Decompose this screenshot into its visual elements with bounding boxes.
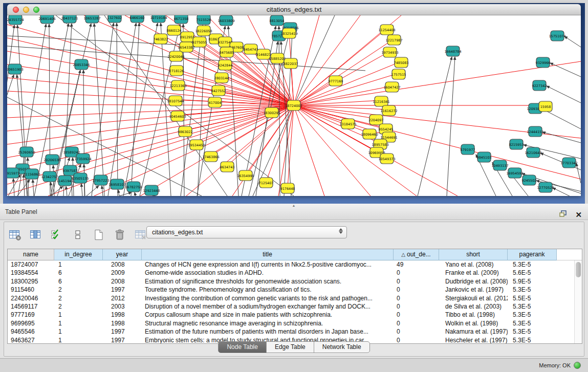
graph-node[interactable]: 6791977 [461,144,475,155]
table-cell[interactable]: 5.3E-5 [508,302,557,311]
table-cell[interactable]: Structural magnetic resonance image aver… [142,319,394,327]
table-cell[interactable]: 1997 [103,327,142,336]
window-titlebar[interactable]: citations_edges.txt [7,4,581,15]
new-document-icon[interactable] [92,229,105,241]
graph-node[interactable]: 10653287 [83,15,100,23]
table-cell[interactable]: Stergiakouli et al. (2012) [439,294,508,302]
table-cell[interactable]: 9777169 [8,311,54,319]
graph-node[interactable]: 4671358 [174,15,189,24]
graph-node[interactable]: 7515526 [197,15,211,25]
table-cell[interactable]: 5.3E-5 [508,311,557,319]
table-cell[interactable]: 2 [54,302,103,311]
table-cell[interactable]: Estimation of significance thresholds fo… [142,277,394,286]
graph-node[interactable]: 16047427 [383,82,400,92]
float-panel-icon[interactable] [558,208,568,216]
graph-node[interactable]: 10454603 [169,111,186,121]
table-cell[interactable]: 2008 [103,277,142,286]
table-cell[interactable]: 2008 [103,260,142,269]
table-row[interactable]: 977716911998Corpus callosum shape and si… [8,311,582,319]
column-header-short[interactable]: short [439,249,508,260]
graph-node[interactable]: 11156863 [23,169,40,179]
graph-node[interactable]: 18325419 [280,28,297,38]
graph-node[interactable]: 16958107 [108,179,125,189]
table-row[interactable]: 2242004622012Investigating the contribut… [8,294,582,302]
column-header-out_de[interactable]: △out_de... [394,249,439,260]
graph-node[interactable]: 13505135 [72,173,89,183]
tab-edge-table[interactable]: Edge Table [267,342,314,353]
table-cell[interactable]: 14569117 [8,302,54,311]
table-cell[interactable]: Wolkin et al. (1998) [439,319,508,327]
table-cell[interactable]: 2 [54,286,103,294]
table-cell[interactable]: Genome-wide association studies in ADHD. [142,269,394,277]
graph-node[interactable]: 20691406 [38,15,55,24]
table-cell[interactable]: 1 [54,311,103,319]
table-cell[interactable]: 9115460 [8,286,54,294]
memory-status-icon[interactable] [574,362,581,369]
graph-node[interactable]: 9242844 [218,60,233,70]
tab-node-table[interactable]: Node Table [219,342,267,353]
graph-node[interactable]: 15751074 [549,31,565,41]
graph-node[interactable]: 7485083 [394,57,409,68]
table-cell[interactable]: 19384554 [8,269,54,277]
graph-node[interactable]: 16033809 [217,15,234,26]
graph-node[interactable]: 20437121 [61,15,78,23]
graph-node[interactable]: 11216341 [373,96,389,106]
table-row[interactable]: 969969511998Structural magnetic resonanc… [8,319,582,327]
graph-node[interactable]: 20651903 [7,64,24,74]
table-row[interactable]: 1830029562008Estimation of significance … [8,277,582,286]
graph-node[interactable]: 8475685 [220,47,234,57]
graph-node[interactable]: 16782759 [125,182,142,192]
table-cell[interactable]: 1 [54,260,103,269]
table-cell[interactable]: 9699695 [8,319,54,327]
minimize-window-button[interactable] [23,7,29,13]
table-select-dropdown[interactable]: citations_edges.txt [146,226,347,238]
table-row[interactable]: 911546021997Tourette syndrome. Phenomeno… [8,286,582,294]
table-row[interactable]: 1872400712008Changes of HCN gene express… [8,260,582,269]
table-cell[interactable]: Estimation of the future numbers of pati… [142,327,394,336]
table-cell[interactable]: 5.6E-5 [508,269,557,277]
table-cell[interactable]: 5.9E-5 [508,277,557,286]
graph-node[interactable]: 16543382 [178,42,194,52]
table-cell[interactable]: 2012 [103,294,142,302]
vertical-scrollbar[interactable] [574,260,582,343]
table-cell[interactable]: 2003 [103,302,142,311]
graph-node[interactable]: 12770528 [537,182,554,192]
graph-node[interactable]: 20853346 [73,59,90,70]
graph-node[interactable]: 20206536 [43,155,60,165]
table-cell[interactable]: 5.3E-5 [508,286,557,294]
table-cell[interactable]: 0 [394,311,439,319]
graph-node[interactable]: 9176448 [280,183,295,193]
graph-node[interactable]: 18107544 [167,96,184,106]
close-window-button[interactable] [13,7,19,13]
graph-node[interactable]: 2718126 [169,65,184,76]
table-cell[interactable]: 1 [54,327,103,336]
graph-node[interactable]: 7463822 [154,34,168,44]
graph-node[interactable]: 16648784 [444,46,461,56]
graph-node[interactable]: 7125407 [259,178,274,188]
graph-node[interactable]: 16954592 [506,168,523,178]
graph-node[interactable]: 12213363 [169,80,186,91]
table-cell[interactable]: Changes of HCN gene expression and I(f) … [142,260,394,269]
graph-node[interactable]: 8822037 [284,58,298,69]
graph-node[interactable]: 12923448 [143,185,160,195]
table-cell[interactable]: 6 [54,277,103,286]
table-cell[interactable]: 0 [394,319,439,327]
table-cell[interactable]: 0 [394,302,439,311]
column-header-title[interactable]: title [142,249,394,260]
table-cell[interactable]: 5.5E-5 [508,294,557,302]
graph-node[interactable]: 13184575 [339,119,356,129]
column-header-pagerank[interactable]: pagerank [508,249,557,260]
zoom-window-button[interactable] [33,7,39,13]
table-row[interactable]: 946554611997Estimation of the future num… [8,327,582,336]
table-settings-icon[interactable] [8,229,21,241]
table-column-icon[interactable] [29,229,42,241]
graph-node[interactable]: 8215953 [509,139,524,149]
table-cell[interactable]: 5.3E-5 [508,260,557,269]
table-cell[interactable]: Nakamura et al. (1997) [439,327,508,336]
graph-node[interactable]: 17957223 [92,175,109,185]
select-attributes-icon[interactable] [50,229,63,241]
close-panel-icon[interactable]: ✕ [575,207,582,223]
table-cell[interactable]: Dudbridge et al. (2008) [439,277,508,286]
graph-node[interactable]: 8427552 [211,85,226,96]
table-cell[interactable]: Disruption of a novel member of a sodium… [142,302,394,311]
